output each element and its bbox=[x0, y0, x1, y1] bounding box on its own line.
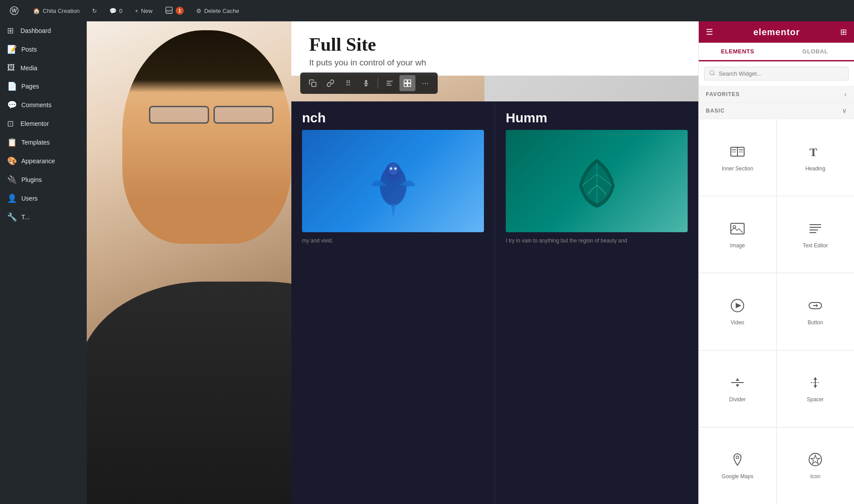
canvas-background: Full Site It puts you in control of your… bbox=[87, 21, 698, 504]
widget-video[interactable]: Video bbox=[699, 273, 776, 350]
pages-icon: 📄 bbox=[7, 81, 17, 91]
tools-icon: 🔧 bbox=[7, 212, 17, 222]
widget-heading[interactable]: T Heading bbox=[777, 119, 854, 196]
templates-icon: 📋 bbox=[7, 137, 17, 147]
plugins-icon: 🔌 bbox=[7, 175, 17, 185]
cards-container: nch my bbox=[291, 101, 698, 504]
heading-icon: T bbox=[807, 144, 823, 162]
favorites-arrow-icon: › bbox=[844, 91, 847, 98]
tab-global[interactable]: GLOBAL bbox=[777, 43, 854, 60]
editor-canvas[interactable]: Full Site It puts you in control of your… bbox=[87, 21, 698, 504]
sidebar-label-appearance: Appearance bbox=[21, 157, 55, 165]
sidebar-label-plugins: Plugins bbox=[21, 176, 42, 183]
sidebar-item-tools[interactable]: 🔧 T... bbox=[0, 208, 87, 226]
sidebar-label-posts: Posts bbox=[21, 46, 37, 53]
svg-point-15 bbox=[390, 167, 392, 170]
sidebar-label-templates: Templates bbox=[21, 139, 50, 146]
customize-item[interactable]: ↻ bbox=[88, 6, 101, 16]
site-preview-header: Full Site It puts you in control of your… bbox=[291, 21, 698, 76]
refresh-icon: ↻ bbox=[92, 8, 97, 14]
updates-item[interactable]: WP 1 bbox=[161, 4, 188, 17]
sidebar-item-comments[interactable]: 💬 Comments bbox=[0, 96, 87, 114]
panel-grid-icon[interactable]: ⊞ bbox=[840, 27, 847, 37]
google-maps-icon bbox=[729, 452, 745, 470]
sidebar-item-templates[interactable]: 📋 Templates bbox=[0, 133, 87, 152]
svg-rect-24 bbox=[739, 151, 743, 153]
card-right-text: I try in vain to anything but the region… bbox=[506, 237, 688, 245]
basic-arrow-icon: ∨ bbox=[842, 107, 847, 114]
sidebar-label-dashboard: Dashboard bbox=[20, 27, 51, 34]
card-left-text: my and vivid. bbox=[302, 237, 484, 245]
svg-point-43 bbox=[736, 456, 739, 459]
svg-marker-38 bbox=[736, 384, 739, 387]
favorites-section-header[interactable]: FAVORITES › bbox=[699, 86, 854, 103]
svg-rect-10 bbox=[404, 84, 407, 87]
sidebar: ⊞ Dashboard 📝 Posts 🖼 Media 📄 Pages 💬 Co… bbox=[0, 21, 87, 504]
glasses bbox=[149, 106, 274, 124]
face-shape bbox=[122, 30, 291, 244]
svg-text:T: T bbox=[810, 146, 817, 159]
image-icon bbox=[729, 221, 745, 239]
sidebar-label-pages: Pages bbox=[21, 83, 39, 90]
sidebar-item-media[interactable]: 🖼 Media bbox=[0, 59, 87, 77]
search-input[interactable] bbox=[719, 70, 844, 77]
panel-search-area bbox=[699, 61, 854, 86]
widget-image-label: Image bbox=[730, 242, 745, 249]
widget-inner-section-label: Inner Section bbox=[722, 165, 753, 172]
sidebar-item-pages[interactable]: 📄 Pages bbox=[0, 77, 87, 96]
wp-logo[interactable]: W bbox=[5, 4, 23, 17]
link-button[interactable] bbox=[322, 75, 338, 91]
dashboard-icon: ⊞ bbox=[7, 26, 16, 36]
widget-image[interactable]: Image bbox=[699, 196, 776, 273]
svg-point-14 bbox=[389, 165, 398, 175]
divider-icon bbox=[729, 375, 745, 393]
widget-spacer[interactable]: Spacer bbox=[777, 351, 854, 427]
users-icon: 👤 bbox=[7, 194, 17, 203]
tab-elements[interactable]: ELEMENTS bbox=[699, 43, 777, 61]
copy-button[interactable] bbox=[305, 75, 321, 91]
svg-marker-45 bbox=[811, 455, 820, 464]
svg-point-16 bbox=[394, 167, 397, 170]
hamburger-icon[interactable]: ☰ bbox=[706, 27, 713, 37]
up-down-button[interactable] bbox=[358, 75, 374, 91]
delete-cache-item[interactable]: ⚙ Delete Cache bbox=[192, 6, 244, 16]
new-item[interactable]: + New bbox=[130, 6, 157, 16]
widgets-grid: Inner Section T Heading bbox=[699, 119, 854, 504]
site-title: Full Site bbox=[309, 34, 681, 55]
svg-marker-37 bbox=[736, 378, 739, 381]
svg-rect-9 bbox=[408, 80, 411, 83]
widget-google-maps[interactable]: Google Maps bbox=[699, 427, 776, 504]
svg-rect-22 bbox=[732, 151, 736, 153]
more-options-button[interactable]: ⋯ bbox=[417, 75, 433, 91]
align-left-button[interactable] bbox=[382, 75, 398, 91]
svg-marker-33 bbox=[736, 303, 741, 308]
basic-section-header[interactable]: BASIC ∨ bbox=[699, 103, 854, 119]
site-name-item[interactable]: 🏠 Chita Creation bbox=[28, 6, 84, 16]
svg-rect-11 bbox=[408, 84, 411, 87]
widget-heading-label: Heading bbox=[806, 165, 826, 172]
card-left-title: nch bbox=[302, 110, 484, 125]
move-handle[interactable]: ⠿ bbox=[340, 75, 356, 91]
sidebar-item-appearance[interactable]: 🎨 Appearance bbox=[0, 152, 87, 170]
toolbar-separator bbox=[378, 78, 378, 89]
svg-text:WP: WP bbox=[166, 8, 172, 12]
sidebar-item-elementor[interactable]: ⊡ Elementor bbox=[0, 114, 87, 133]
inner-section-icon bbox=[729, 144, 745, 162]
widget-button[interactable]: Button bbox=[777, 273, 854, 350]
widget-google-maps-label: Google Maps bbox=[721, 473, 753, 480]
sidebar-item-dashboard[interactable]: ⊞ Dashboard bbox=[0, 21, 87, 40]
svg-point-17 bbox=[710, 71, 714, 75]
sidebar-item-users[interactable]: 👤 Users bbox=[0, 189, 87, 208]
updates-icon: WP bbox=[165, 6, 173, 16]
sidebar-label-media: Media bbox=[20, 65, 37, 72]
card-left: nch my bbox=[291, 101, 495, 504]
widget-inner-section[interactable]: Inner Section bbox=[699, 119, 776, 196]
sidebar-item-posts[interactable]: 📝 Posts bbox=[0, 40, 87, 59]
widget-divider[interactable]: Divider bbox=[699, 351, 776, 427]
sidebar-item-plugins[interactable]: 🔌 Plugins bbox=[0, 170, 87, 189]
widget-spacer-label: Spacer bbox=[807, 396, 824, 403]
widget-icon[interactable]: Icon bbox=[777, 427, 854, 504]
comments-item[interactable]: 💬 0 bbox=[105, 6, 127, 16]
align-center-button[interactable] bbox=[399, 75, 415, 91]
widget-text-editor[interactable]: Text Editor bbox=[777, 196, 854, 273]
